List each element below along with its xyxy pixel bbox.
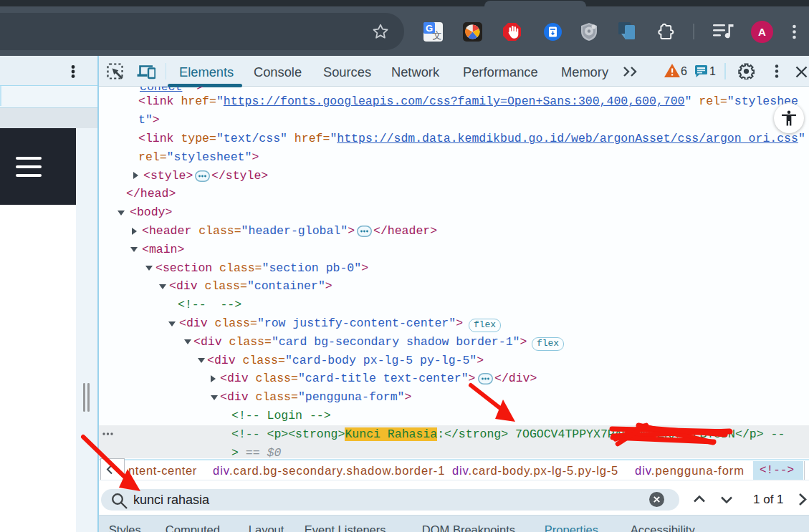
svg-text:文: 文 <box>433 30 442 41</box>
